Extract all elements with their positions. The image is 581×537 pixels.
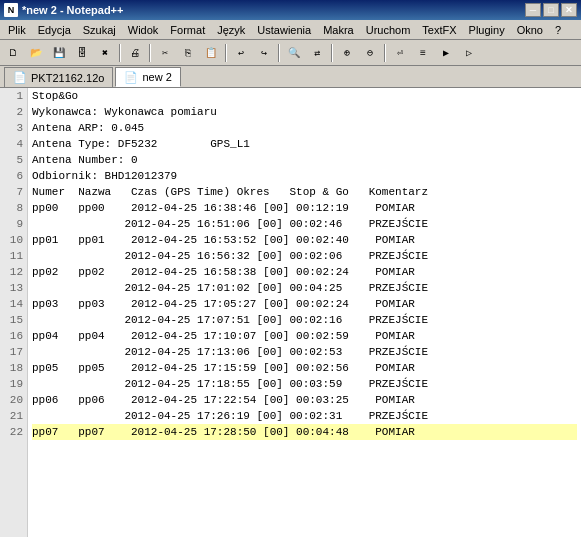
cut-button[interactable]: ✂ bbox=[154, 42, 176, 64]
toolbar-separator-6 bbox=[384, 44, 386, 62]
minimize-button[interactable]: ─ bbox=[525, 3, 541, 17]
line-number: 1 bbox=[4, 88, 23, 104]
save-all-button[interactable]: 🗄 bbox=[71, 42, 93, 64]
code-line: pp01 pp01 2012-04-25 16:53:52 [00] 00:02… bbox=[32, 232, 577, 248]
replace-button[interactable]: ⇄ bbox=[306, 42, 328, 64]
zoom-out-icon: ⊖ bbox=[367, 47, 373, 59]
macro-icon: ▶ bbox=[443, 47, 449, 59]
tab-pkt21162[interactable]: 📄 PKT21162.12o bbox=[4, 67, 113, 87]
line-number: 17 bbox=[4, 344, 23, 360]
line-number: 14 bbox=[4, 296, 23, 312]
run-button[interactable]: ▷ bbox=[458, 42, 480, 64]
code-line: Antena ARP: 0.045 bbox=[32, 120, 577, 136]
tab-label-2: new 2 bbox=[142, 71, 171, 83]
menu-item-textfx[interactable]: TextFX bbox=[416, 22, 462, 38]
line-number: 5 bbox=[4, 152, 23, 168]
menu-item-format[interactable]: Format bbox=[164, 22, 211, 38]
indent-icon: ≡ bbox=[420, 48, 426, 59]
menu-item-język[interactable]: Język bbox=[211, 22, 251, 38]
redo-button[interactable]: ↪ bbox=[253, 42, 275, 64]
line-number: 3 bbox=[4, 120, 23, 136]
line-number: 8 bbox=[4, 200, 23, 216]
menu-item-widok[interactable]: Widok bbox=[122, 22, 165, 38]
menu-item-edycja[interactable]: Edycja bbox=[32, 22, 77, 38]
tab-icon-1: 📄 bbox=[13, 71, 27, 84]
code-line: pp02 pp02 2012-04-25 16:58:38 [00] 00:02… bbox=[32, 264, 577, 280]
line-number: 7 bbox=[4, 184, 23, 200]
code-line: 2012-04-25 17:13:06 [00] 00:02:53 PRZEJŚ… bbox=[32, 344, 577, 360]
tab-label-1: PKT21162.12o bbox=[31, 72, 104, 84]
close-file-icon: ✖ bbox=[102, 47, 108, 59]
line-number: 20 bbox=[4, 392, 23, 408]
code-line: pp05 pp05 2012-04-25 17:15:59 [00] 00:02… bbox=[32, 360, 577, 376]
code-line: 2012-04-25 17:01:02 [00] 00:04:25 PRZEJŚ… bbox=[32, 280, 577, 296]
print-icon: 🖨 bbox=[130, 47, 140, 59]
line-number: 15 bbox=[4, 312, 23, 328]
code-line: 2012-04-25 16:56:32 [00] 00:02:06 PRZEJŚ… bbox=[32, 248, 577, 264]
menu-item-szukaj[interactable]: Szukaj bbox=[77, 22, 122, 38]
code-line: pp07 pp07 2012-04-25 17:28:50 [00] 00:04… bbox=[32, 424, 577, 440]
copy-icon: ⎘ bbox=[185, 48, 191, 59]
paste-button[interactable]: 📋 bbox=[200, 42, 222, 64]
line-number: 22 bbox=[4, 424, 23, 440]
close-button[interactable]: ✕ bbox=[561, 3, 577, 17]
wrap-button[interactable]: ⏎ bbox=[389, 42, 411, 64]
code-line: Antena Number: 0 bbox=[32, 152, 577, 168]
menu-bar: PlikEdycjaSzukajWidokFormatJęzykUstawien… bbox=[0, 20, 581, 40]
title-bar: N *new 2 - Notepad++ ─ □ ✕ bbox=[0, 0, 581, 20]
macro-button[interactable]: ▶ bbox=[435, 42, 457, 64]
line-number: 16 bbox=[4, 328, 23, 344]
find-button[interactable]: 🔍 bbox=[283, 42, 305, 64]
code-line: 2012-04-25 17:07:51 [00] 00:02:16 PRZEJŚ… bbox=[32, 312, 577, 328]
close-file-button[interactable]: ✖ bbox=[94, 42, 116, 64]
open-button[interactable]: 📂 bbox=[25, 42, 47, 64]
line-number: 9 bbox=[4, 216, 23, 232]
run-icon: ▷ bbox=[466, 47, 472, 59]
zoom-in-button[interactable]: ⊕ bbox=[336, 42, 358, 64]
toolbar-separator-1 bbox=[119, 44, 121, 62]
line-number: 2 bbox=[4, 104, 23, 120]
new-icon: 🗋 bbox=[8, 47, 18, 59]
editor-area[interactable]: 12345678910111213141516171819202122 Stop… bbox=[0, 88, 581, 537]
zoom-out-button[interactable]: ⊖ bbox=[359, 42, 381, 64]
menu-item-pluginy[interactable]: Pluginy bbox=[463, 22, 511, 38]
menu-item-makra[interactable]: Makra bbox=[317, 22, 360, 38]
code-line: 2012-04-25 17:26:19 [00] 00:02:31 PRZEJŚ… bbox=[32, 408, 577, 424]
line-number: 12 bbox=[4, 264, 23, 280]
code-line: pp00 pp00 2012-04-25 16:38:46 [00] 00:12… bbox=[32, 200, 577, 216]
maximize-button[interactable]: □ bbox=[543, 3, 559, 17]
code-line: 2012-04-25 17:18:55 [00] 00:03:59 PRZEJŚ… bbox=[32, 376, 577, 392]
line-number: 19 bbox=[4, 376, 23, 392]
line-numbers: 12345678910111213141516171819202122 bbox=[0, 88, 28, 537]
line-number: 10 bbox=[4, 232, 23, 248]
app-icon: N bbox=[4, 3, 18, 17]
new-button[interactable]: 🗋 bbox=[2, 42, 24, 64]
code-line: Wykonawca: Wykonawca pomiaru bbox=[32, 104, 577, 120]
cut-icon: ✂ bbox=[162, 47, 168, 59]
save-icon: 💾 bbox=[53, 47, 65, 59]
menu-item-?[interactable]: ? bbox=[549, 22, 567, 38]
code-line: pp06 pp06 2012-04-25 17:22:54 [00] 00:03… bbox=[32, 392, 577, 408]
menu-item-uruchom[interactable]: Uruchom bbox=[360, 22, 417, 38]
toolbar-separator-4 bbox=[278, 44, 280, 62]
code-line: pp04 pp04 2012-04-25 17:10:07 [00] 00:02… bbox=[32, 328, 577, 344]
menu-item-ustawienia[interactable]: Ustawienia bbox=[251, 22, 317, 38]
replace-icon: ⇄ bbox=[314, 47, 320, 59]
indent-button[interactable]: ≡ bbox=[412, 42, 434, 64]
menu-item-okno[interactable]: Okno bbox=[511, 22, 549, 38]
undo-button[interactable]: ↩ bbox=[230, 42, 252, 64]
menu-item-plik[interactable]: Plik bbox=[2, 22, 32, 38]
tab-bar: 📄 PKT21162.12o 📄 new 2 bbox=[0, 66, 581, 88]
save-button[interactable]: 💾 bbox=[48, 42, 70, 64]
tab-icon-2: 📄 bbox=[124, 71, 138, 84]
wrap-icon: ⏎ bbox=[397, 47, 403, 59]
code-line: Numer Nazwa Czas (GPS Time) Okres Stop &… bbox=[32, 184, 577, 200]
content-area[interactable]: Stop&GoWykonawca: Wykonawca pomiaruAnten… bbox=[28, 88, 581, 537]
tab-new2[interactable]: 📄 new 2 bbox=[115, 67, 180, 87]
copy-button[interactable]: ⎘ bbox=[177, 42, 199, 64]
open-icon: 📂 bbox=[30, 47, 42, 59]
line-number: 6 bbox=[4, 168, 23, 184]
print-button[interactable]: 🖨 bbox=[124, 42, 146, 64]
window-controls[interactable]: ─ □ ✕ bbox=[525, 3, 577, 17]
code-line: Odbiornik: BHD12012379 bbox=[32, 168, 577, 184]
